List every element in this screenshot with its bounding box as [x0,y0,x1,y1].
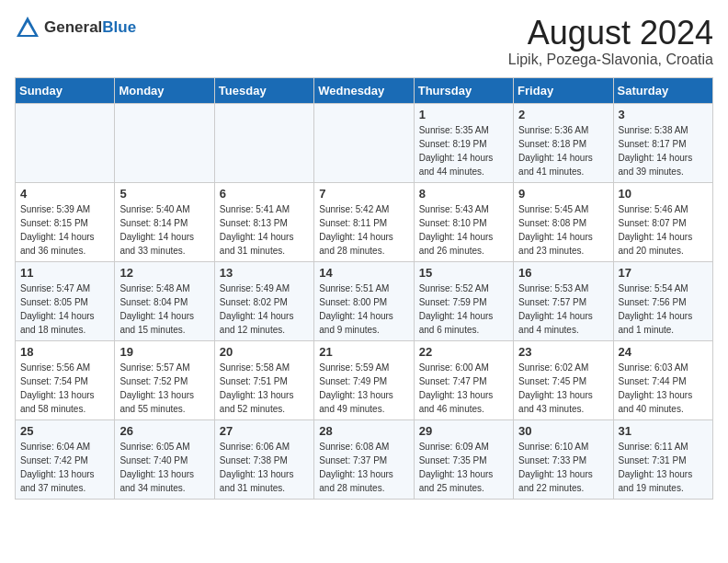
week-row-5: 25Sunrise: 6:04 AM Sunset: 7:42 PM Dayli… [16,419,713,499]
day-number: 21 [319,345,408,359]
day-number: 17 [619,266,708,280]
day-cell: 24Sunrise: 6:03 AM Sunset: 7:44 PM Dayli… [613,340,712,419]
logo-blue: Blue [102,18,136,36]
day-number: 20 [220,345,309,359]
location-title: Lipik, Pozega-Slavonia, Croatia [508,52,713,68]
logo-general: General [44,18,102,36]
col-thursday: Thursday [414,77,513,103]
day-info: Sunrise: 5:40 AM Sunset: 8:14 PM Dayligh… [119,202,209,258]
title-block: August 2024 Lipik, Pozega-Slavonia, Croa… [508,15,713,68]
page-header: GeneralBlue August 2024 Lipik, Pozega-Sl… [15,15,713,68]
day-cell: 9Sunrise: 5:45 AM Sunset: 8:08 PM Daylig… [514,182,613,261]
day-cell: 20Sunrise: 5:58 AM Sunset: 7:51 PM Dayli… [214,340,313,419]
day-info: Sunrise: 6:02 AM Sunset: 7:45 PM Dayligh… [518,361,608,416]
day-number: 31 [619,424,708,438]
day-cell: 10Sunrise: 5:46 AM Sunset: 8:07 PM Dayli… [613,182,712,261]
day-cell: 13Sunrise: 5:49 AM Sunset: 8:02 PM Dayli… [214,261,313,340]
day-cell: 6Sunrise: 5:41 AM Sunset: 8:13 PM Daylig… [214,182,313,261]
day-number: 27 [220,424,309,438]
day-number: 10 [619,187,708,201]
day-cell: 31Sunrise: 6:11 AM Sunset: 7:31 PM Dayli… [613,419,712,499]
calendar-body: 1Sunrise: 5:35 AM Sunset: 8:19 PM Daylig… [16,103,713,499]
day-number: 25 [20,424,109,438]
day-cell: 1Sunrise: 5:35 AM Sunset: 8:19 PM Daylig… [414,103,513,182]
day-number: 26 [119,424,209,438]
day-info: Sunrise: 5:49 AM Sunset: 8:02 PM Dayligh… [220,282,309,337]
day-number: 18 [20,345,109,359]
col-friday: Friday [514,77,613,103]
logo-icon [15,15,40,40]
day-info: Sunrise: 6:05 AM Sunset: 7:40 PM Dayligh… [119,440,209,495]
week-row-2: 4Sunrise: 5:39 AM Sunset: 8:15 PM Daylig… [16,182,713,261]
day-info: Sunrise: 5:47 AM Sunset: 8:05 PM Dayligh… [20,282,109,337]
day-info: Sunrise: 5:36 AM Sunset: 8:18 PM Dayligh… [518,123,608,178]
day-info: Sunrise: 5:51 AM Sunset: 8:00 PM Dayligh… [319,282,408,337]
day-cell: 7Sunrise: 5:42 AM Sunset: 8:11 PM Daylig… [314,182,414,261]
day-cell: 21Sunrise: 5:59 AM Sunset: 7:49 PM Dayli… [314,340,414,419]
day-info: Sunrise: 5:59 AM Sunset: 7:49 PM Dayligh… [319,361,408,416]
day-info: Sunrise: 5:42 AM Sunset: 8:11 PM Dayligh… [319,202,408,258]
day-info: Sunrise: 5:43 AM Sunset: 8:10 PM Dayligh… [419,202,508,258]
day-info: Sunrise: 6:00 AM Sunset: 7:47 PM Dayligh… [419,361,508,416]
day-info: Sunrise: 5:58 AM Sunset: 7:51 PM Dayligh… [220,361,309,416]
day-cell: 30Sunrise: 6:10 AM Sunset: 7:33 PM Dayli… [514,419,613,499]
day-info: Sunrise: 5:48 AM Sunset: 8:04 PM Dayligh… [119,282,209,337]
day-number: 13 [220,266,309,280]
col-sunday: Sunday [16,77,115,103]
day-number: 19 [119,345,209,359]
day-cell: 8Sunrise: 5:43 AM Sunset: 8:10 PM Daylig… [414,182,513,261]
day-cell: 3Sunrise: 5:38 AM Sunset: 8:17 PM Daylig… [613,103,712,182]
day-cell: 5Sunrise: 5:40 AM Sunset: 8:14 PM Daylig… [115,182,214,261]
week-row-4: 18Sunrise: 5:56 AM Sunset: 7:54 PM Dayli… [16,340,713,419]
day-info: Sunrise: 5:45 AM Sunset: 8:08 PM Dayligh… [518,202,608,258]
day-number: 6 [220,187,309,201]
day-cell: 14Sunrise: 5:51 AM Sunset: 8:00 PM Dayli… [314,261,414,340]
day-number: 29 [419,424,508,438]
day-number: 30 [518,424,608,438]
week-row-3: 11Sunrise: 5:47 AM Sunset: 8:05 PM Dayli… [16,261,713,340]
col-saturday: Saturday [613,77,712,103]
day-info: Sunrise: 5:38 AM Sunset: 8:17 PM Dayligh… [619,123,708,178]
col-tuesday: Tuesday [214,77,313,103]
day-cell: 17Sunrise: 5:54 AM Sunset: 7:56 PM Dayli… [613,261,712,340]
day-number: 5 [119,187,209,201]
day-number: 1 [419,108,508,121]
day-number: 2 [518,108,608,121]
day-number: 12 [119,266,209,280]
day-cell: 2Sunrise: 5:36 AM Sunset: 8:18 PM Daylig… [514,103,613,182]
day-number: 4 [20,187,109,201]
day-cell: 27Sunrise: 6:06 AM Sunset: 7:38 PM Dayli… [214,419,313,499]
day-info: Sunrise: 5:46 AM Sunset: 8:07 PM Dayligh… [619,202,708,258]
day-cell [115,103,214,182]
day-cell: 28Sunrise: 6:08 AM Sunset: 7:37 PM Dayli… [314,419,414,499]
day-cell: 4Sunrise: 5:39 AM Sunset: 8:15 PM Daylig… [16,182,115,261]
day-info: Sunrise: 5:41 AM Sunset: 8:13 PM Dayligh… [220,202,309,258]
day-info: Sunrise: 5:35 AM Sunset: 8:19 PM Dayligh… [419,123,508,178]
day-cell: 11Sunrise: 5:47 AM Sunset: 8:05 PM Dayli… [16,261,115,340]
day-number: 24 [619,345,708,359]
month-title: August 2024 [508,15,713,52]
logo: GeneralBlue [15,15,136,40]
day-info: Sunrise: 5:53 AM Sunset: 7:57 PM Dayligh… [518,282,608,337]
day-info: Sunrise: 6:06 AM Sunset: 7:38 PM Dayligh… [220,440,309,495]
header-row: Sunday Monday Tuesday Wednesday Thursday… [16,77,713,103]
day-info: Sunrise: 5:52 AM Sunset: 7:59 PM Dayligh… [419,282,508,337]
day-cell: 12Sunrise: 5:48 AM Sunset: 8:04 PM Dayli… [115,261,214,340]
day-info: Sunrise: 6:11 AM Sunset: 7:31 PM Dayligh… [619,440,708,495]
day-number: 22 [419,345,508,359]
day-info: Sunrise: 5:57 AM Sunset: 7:52 PM Dayligh… [119,361,209,416]
day-info: Sunrise: 6:10 AM Sunset: 7:33 PM Dayligh… [518,440,608,495]
day-info: Sunrise: 5:39 AM Sunset: 8:15 PM Dayligh… [20,202,109,258]
day-cell: 25Sunrise: 6:04 AM Sunset: 7:42 PM Dayli… [16,419,115,499]
day-cell: 23Sunrise: 6:02 AM Sunset: 7:45 PM Dayli… [514,340,613,419]
col-monday: Monday [115,77,214,103]
calendar-header: Sunday Monday Tuesday Wednesday Thursday… [16,77,713,103]
day-number: 23 [518,345,608,359]
calendar-table: Sunday Monday Tuesday Wednesday Thursday… [15,77,713,500]
day-number: 8 [419,187,508,201]
day-cell [314,103,414,182]
day-cell [214,103,313,182]
day-cell: 22Sunrise: 6:00 AM Sunset: 7:47 PM Dayli… [414,340,513,419]
day-info: Sunrise: 6:08 AM Sunset: 7:37 PM Dayligh… [319,440,408,495]
day-cell [16,103,115,182]
